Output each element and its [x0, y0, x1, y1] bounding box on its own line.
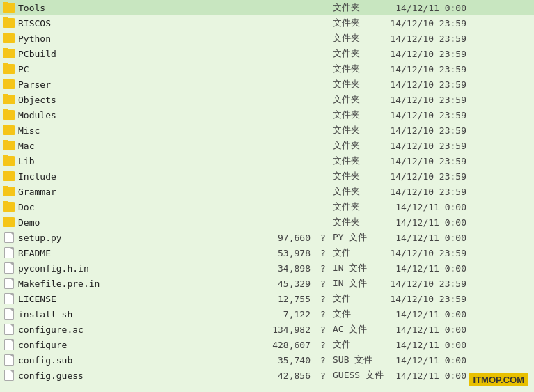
list-item[interactable]: configure.ac 134,982 ? AC 文件 14/12/11 0:… [0, 322, 534, 337]
list-item[interactable]: configure 428,607 ? 文件 14/12/11 0:00 [0, 337, 534, 352]
file-name-text: Include [18, 171, 56, 182]
file-name-text: Objects [18, 95, 56, 105]
list-item[interactable]: Python 文件夹 14/12/10 23:59 [0, 31, 534, 46]
file-date-cell: 14/12/10 23:59 [386, 187, 469, 197]
list-item[interactable]: config.sub 35,740 ? SUB 文件 14/12/11 0:00 [0, 352, 534, 368]
file-icon [3, 278, 15, 289]
list-item[interactable]: config.guess 42,856 ? GUESS 文件 14/12/11 … [0, 368, 534, 383]
file-size-cell: 35,740 [260, 355, 316, 366]
file-attr-cell: ? [316, 233, 330, 243]
list-item[interactable]: install-sh 7,122 ? 文件 14/12/11 0:00 [0, 306, 534, 322]
file-date-cell: 14/12/11 0:00 [386, 217, 469, 228]
list-item[interactable]: Tools 文件夹 14/12/11 0:00 [0, 0, 534, 15]
file-icon [3, 232, 15, 243]
file-type-cell: 文件夹 [330, 93, 386, 106]
list-item[interactable]: Lib 文件夹 14/12/10 23:59 [0, 153, 534, 168]
file-name-cell: Grammar [3, 186, 260, 197]
file-date-cell: 14/12/10 23:59 [386, 79, 469, 90]
list-item[interactable]: pyconfig.h.in 34,898 ? IN 文件 14/12/11 0:… [0, 260, 534, 276]
folder-icon [3, 109, 15, 120]
file-icon [3, 308, 15, 320]
folder-icon [3, 33, 15, 44]
list-item[interactable]: Demo 文件夹 14/12/11 0:00 [0, 214, 534, 230]
list-item[interactable]: RISCOS 文件夹 14/12/10 23:59 [0, 15, 534, 31]
file-name-cell: Include [3, 171, 260, 182]
list-item[interactable]: Makefile.pre.in 45,329 ? IN 文件 14/12/10 … [0, 276, 534, 291]
list-item[interactable]: PCbuild 文件夹 14/12/10 23:59 [0, 46, 534, 61]
file-date-cell: 14/12/11 0:00 [386, 263, 469, 274]
list-item[interactable]: README 53,978 ? 文件 14/12/10 23:59 [0, 245, 534, 260]
file-type-cell: 文件夹 [330, 139, 386, 152]
folder-icon [3, 125, 15, 136]
list-item[interactable]: Grammar 文件夹 14/12/10 23:59 [0, 184, 534, 199]
file-icon [3, 339, 15, 350]
folder-icon [3, 48, 15, 59]
list-item[interactable]: Misc 文件夹 14/12/10 23:59 [0, 123, 534, 138]
folder-icon [3, 17, 15, 29]
file-type-cell: 文件夹 [330, 170, 386, 182]
folder-icon [3, 186, 15, 197]
file-icon [3, 354, 15, 366]
file-name-text: setup.py [18, 233, 62, 243]
file-name-cell: Tools [3, 2, 260, 13]
file-date-cell: 14/12/11 0:00 [386, 3, 469, 13]
file-size-cell: 42,856 [260, 370, 316, 381]
file-date-cell: 14/12/10 23:59 [386, 294, 469, 304]
file-name-cell: Lib [3, 155, 260, 166]
folder-icon [3, 79, 15, 90]
file-name-text: Python [18, 33, 51, 44]
list-item[interactable]: Include 文件夹 14/12/10 23:59 [0, 168, 534, 184]
file-type-cell: 文件夹 [330, 17, 386, 29]
file-name-text: Makefile.pre.in [18, 279, 100, 289]
file-name-cell: Parser [3, 79, 260, 90]
file-date-cell: 14/12/10 23:59 [386, 33, 469, 44]
file-size-cell: 12,755 [260, 294, 316, 304]
file-date-cell: 14/12/11 0:00 [386, 309, 469, 320]
file-size-cell: 34,898 [260, 263, 316, 274]
list-item[interactable]: Modules 文件夹 14/12/10 23:59 [0, 107, 534, 123]
file-date-cell: 14/12/10 23:59 [386, 64, 469, 75]
file-date-cell: 14/12/11 0:00 [386, 324, 469, 335]
list-item[interactable]: Doc 文件夹 14/12/11 0:00 [0, 199, 534, 214]
file-name-cell: configure [3, 339, 260, 350]
file-name-cell: config.sub [3, 354, 260, 366]
file-name-cell: setup.py [3, 232, 260, 243]
folder-icon [3, 155, 15, 166]
file-name-cell: install-sh [3, 308, 260, 320]
file-type-cell: 文件夹 [330, 47, 386, 60]
list-item[interactable]: PC 文件夹 14/12/10 23:59 [0, 61, 534, 77]
file-type-cell: 文件夹 [330, 63, 386, 75]
file-icon [3, 370, 15, 381]
file-name-text: PCbuild [18, 49, 56, 59]
list-item[interactable]: Parser 文件夹 14/12/10 23:59 [0, 77, 534, 92]
file-attr-cell: ? [316, 248, 330, 258]
folder-icon [3, 201, 15, 212]
file-type-cell: PY 文件 [330, 231, 386, 244]
file-date-cell: 14/12/10 23:59 [386, 171, 469, 182]
file-name-text: Lib [18, 156, 34, 166]
list-item[interactable]: Objects 文件夹 14/12/10 23:59 [0, 92, 534, 107]
file-type-cell: 文件夹 [330, 78, 386, 91]
file-name-text: config.guess [18, 370, 84, 381]
file-icon [3, 324, 15, 335]
file-name-cell: Python [3, 33, 260, 44]
file-name-cell: PCbuild [3, 48, 260, 59]
file-type-cell: 文件夹 [330, 155, 386, 167]
list-item[interactable]: LICENSE 12,755 ? 文件 14/12/10 23:59 [0, 291, 534, 306]
file-name-cell: Doc [3, 201, 260, 212]
file-name-cell: Makefile.pre.in [3, 278, 260, 289]
file-name-text: Parser [18, 79, 51, 90]
file-name-cell: Demo [3, 217, 260, 228]
file-name-text: Tools [18, 3, 45, 13]
file-date-cell: 14/12/10 23:59 [386, 156, 469, 166]
list-item[interactable]: Mac 文件夹 14/12/10 23:59 [0, 138, 534, 153]
file-type-cell: 文件夹 [330, 201, 386, 213]
file-size-cell: 53,978 [260, 248, 316, 258]
file-name-cell: LICENSE [3, 293, 260, 304]
file-date-cell: 14/12/11 0:00 [386, 340, 469, 350]
file-type-cell: 文件夹 [330, 185, 386, 198]
file-type-cell: 文件夹 [330, 216, 386, 228]
list-item[interactable]: setup.py 97,660 ? PY 文件 14/12/11 0:00 [0, 230, 534, 245]
file-name-text: config.sub [18, 355, 72, 366]
file-type-cell: 文件夹 [330, 109, 386, 121]
